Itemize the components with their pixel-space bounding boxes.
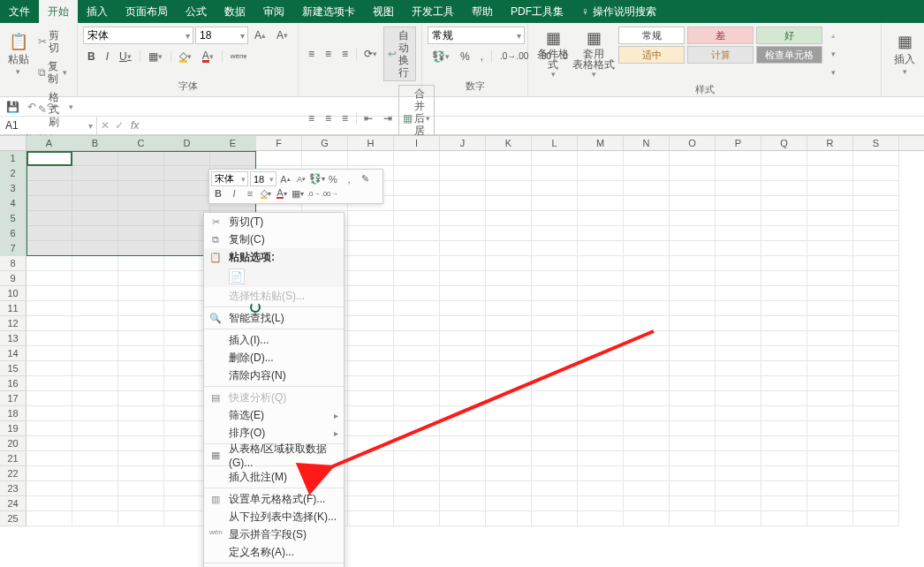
cell[interactable] (807, 316, 853, 331)
cell[interactable] (348, 211, 394, 226)
cell[interactable] (27, 406, 72, 421)
cell[interactable] (348, 316, 394, 331)
col-header-B[interactable]: B (72, 136, 118, 150)
cell[interactable] (624, 151, 670, 166)
cell[interactable] (72, 346, 118, 361)
cell[interactable] (624, 196, 670, 211)
cell[interactable] (670, 226, 716, 241)
cell[interactable] (624, 481, 670, 496)
cell[interactable] (72, 376, 118, 391)
cell[interactable] (716, 361, 761, 376)
cell[interactable] (578, 196, 624, 211)
col-header-O[interactable]: O (670, 136, 716, 150)
cell[interactable] (348, 226, 394, 241)
cell[interactable] (348, 391, 394, 406)
cell[interactable] (348, 331, 394, 346)
cell[interactable] (624, 421, 670, 436)
cell[interactable] (486, 301, 532, 316)
cell[interactable] (348, 511, 394, 526)
cell[interactable] (807, 151, 853, 166)
cell[interactable] (532, 301, 578, 316)
cell[interactable] (853, 436, 899, 451)
tell-me-search[interactable]: ♀操作说明搜索 (572, 0, 665, 23)
cell[interactable] (716, 151, 761, 166)
cell[interactable] (486, 271, 532, 286)
row-header-24[interactable]: 24 (0, 496, 27, 511)
cell[interactable] (578, 436, 624, 451)
cell-style-check[interactable]: 检查单元格 (756, 46, 822, 64)
cell[interactable] (761, 421, 807, 436)
cell[interactable] (853, 226, 899, 241)
tab-page-layout[interactable]: 页面布局 (117, 0, 177, 23)
cell[interactable] (486, 466, 532, 481)
cell[interactable] (440, 466, 486, 481)
cell[interactable] (72, 481, 118, 496)
cell[interactable] (624, 346, 670, 361)
cell[interactable] (624, 226, 670, 241)
cell[interactable] (624, 496, 670, 511)
cell[interactable] (27, 376, 72, 391)
cell[interactable] (440, 421, 486, 436)
cell[interactable] (394, 346, 440, 361)
row-header-15[interactable]: 15 (0, 361, 27, 376)
row-header-21[interactable]: 21 (0, 451, 27, 466)
mini-format-painter[interactable]: ✎ (358, 172, 372, 186)
cell[interactable] (670, 271, 716, 286)
cell[interactable] (532, 286, 578, 301)
col-header-N[interactable]: N (624, 136, 670, 150)
cell[interactable] (807, 301, 853, 316)
cell[interactable] (27, 286, 72, 301)
tab-new-tab[interactable]: 新建选项卡 (293, 0, 364, 23)
cell[interactable] (72, 451, 118, 466)
cell[interactable] (853, 511, 899, 526)
row-header-14[interactable]: 14 (0, 346, 27, 361)
cell[interactable] (670, 256, 716, 271)
cell[interactable] (394, 331, 440, 346)
cell[interactable] (716, 226, 761, 241)
cell[interactable] (532, 241, 578, 256)
cell[interactable] (72, 301, 118, 316)
align-bottom-button[interactable]: ≡ (337, 45, 352, 63)
cell[interactable] (27, 301, 72, 316)
cell[interactable] (761, 361, 807, 376)
cell[interactable] (853, 181, 899, 196)
tab-data[interactable]: 数据 (216, 0, 254, 23)
cell[interactable] (853, 331, 899, 346)
cell[interactable] (807, 481, 853, 496)
cell[interactable] (72, 406, 118, 421)
cell[interactable] (486, 316, 532, 331)
cell[interactable] (761, 286, 807, 301)
cell[interactable] (486, 256, 532, 271)
cell[interactable] (394, 241, 440, 256)
cell[interactable] (624, 316, 670, 331)
cell[interactable] (118, 346, 164, 361)
cell[interactable] (624, 361, 670, 376)
cell[interactable] (853, 271, 899, 286)
cell[interactable] (578, 376, 624, 391)
cell[interactable] (72, 421, 118, 436)
mini-percent[interactable]: % (326, 172, 340, 186)
cell[interactable] (670, 286, 716, 301)
cell[interactable] (716, 196, 761, 211)
mini-dec-decimal[interactable]: .00→ (322, 186, 337, 200)
cell[interactable] (853, 346, 899, 361)
mini-font-color[interactable]: A▾ (275, 186, 289, 200)
cell[interactable] (394, 376, 440, 391)
cell[interactable] (27, 511, 72, 526)
cell[interactable] (761, 271, 807, 286)
cell[interactable] (72, 466, 118, 481)
cell[interactable] (716, 316, 761, 331)
cell[interactable] (807, 241, 853, 256)
formula-bar-input[interactable] (142, 117, 924, 134)
cell[interactable] (394, 301, 440, 316)
cell[interactable] (716, 166, 761, 181)
cell[interactable] (440, 511, 486, 526)
style-scroll-down[interactable]: ▾ (827, 45, 840, 63)
cell[interactable] (624, 406, 670, 421)
cell[interactable] (532, 511, 578, 526)
tab-file[interactable]: 文件 (0, 0, 39, 23)
cell[interactable] (27, 436, 72, 451)
cell[interactable] (624, 331, 670, 346)
cell[interactable] (27, 391, 72, 406)
cell[interactable] (578, 211, 624, 226)
